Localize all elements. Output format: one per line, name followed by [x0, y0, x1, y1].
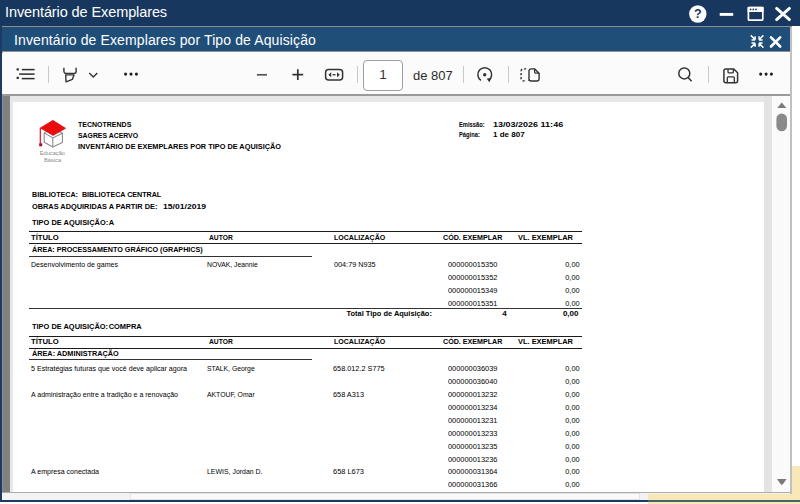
svg-text:?: ?: [694, 7, 702, 21]
